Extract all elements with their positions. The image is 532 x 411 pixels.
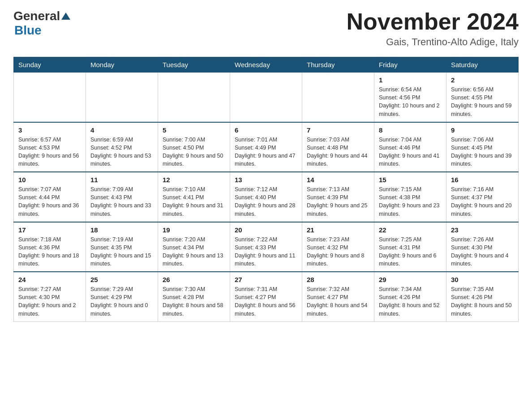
header-friday: Friday	[374, 57, 446, 73]
day-number: 24	[18, 276, 81, 283]
month-title: November 2024	[347, 9, 519, 34]
day-info: Sunrise: 7:12 AMSunset: 4:40 PMDaylight:…	[235, 185, 297, 218]
day-number: 14	[307, 176, 369, 184]
day-number: 4	[90, 126, 153, 134]
calendar-cell: 5Sunrise: 7:00 AMSunset: 4:50 PMDaylight…	[158, 122, 230, 172]
header-sunday: Sunday	[14, 57, 86, 73]
calendar-cell: 4Sunrise: 6:59 AMSunset: 4:52 PMDaylight…	[86, 122, 158, 172]
day-info: Sunrise: 7:23 AMSunset: 4:32 PMDaylight:…	[307, 235, 369, 268]
day-number: 28	[307, 276, 369, 283]
day-info: Sunrise: 7:01 AMSunset: 4:49 PMDaylight:…	[235, 136, 297, 168]
day-info: Sunrise: 7:00 AMSunset: 4:50 PMDaylight:…	[163, 136, 225, 168]
logo: General	[13, 9, 70, 23]
calendar-cell: 25Sunrise: 7:29 AMSunset: 4:29 PMDayligh…	[86, 272, 158, 321]
day-info: Sunrise: 7:16 AMSunset: 4:37 PMDaylight:…	[451, 185, 514, 218]
calendar-cell: 15Sunrise: 7:15 AMSunset: 4:38 PMDayligh…	[374, 172, 446, 222]
day-info: Sunrise: 6:54 AMSunset: 4:56 PMDaylight:…	[379, 86, 442, 118]
day-number: 10	[18, 176, 81, 184]
day-number: 19	[163, 226, 225, 234]
day-number: 22	[379, 226, 442, 234]
day-number: 18	[90, 226, 153, 234]
day-info: Sunrise: 6:59 AMSunset: 4:52 PMDaylight:…	[90, 136, 153, 168]
calendar-cell: 26Sunrise: 7:30 AMSunset: 4:28 PMDayligh…	[158, 272, 230, 321]
header-row: SundayMondayTuesdayWednesdayThursdayFrid…	[14, 57, 519, 73]
calendar-cell: 10Sunrise: 7:07 AMSunset: 4:44 PMDayligh…	[14, 172, 86, 222]
title-area: November 2024 Gais, Trentino-Alto Adige,…	[347, 9, 519, 48]
day-number: 1	[379, 76, 442, 84]
day-info: Sunrise: 7:15 AMSunset: 4:38 PMDaylight:…	[379, 185, 442, 218]
day-number: 3	[18, 126, 81, 134]
day-info: Sunrise: 7:10 AMSunset: 4:41 PMDaylight:…	[163, 185, 225, 218]
logo-blue-text: Blue	[14, 23, 42, 38]
week-row-5: 24Sunrise: 7:27 AMSunset: 4:30 PMDayligh…	[14, 272, 519, 321]
day-number: 26	[163, 276, 225, 283]
calendar-cell: 7Sunrise: 7:03 AMSunset: 4:48 PMDaylight…	[302, 122, 374, 172]
header-thursday: Thursday	[302, 57, 374, 73]
calendar-cell: 28Sunrise: 7:32 AMSunset: 4:27 PMDayligh…	[302, 272, 374, 321]
day-info: Sunrise: 7:09 AMSunset: 4:43 PMDaylight:…	[90, 185, 153, 218]
header-wednesday: Wednesday	[230, 57, 302, 73]
day-info: Sunrise: 7:29 AMSunset: 4:29 PMDaylight:…	[90, 285, 153, 318]
calendar-cell: 29Sunrise: 7:34 AMSunset: 4:26 PMDayligh…	[374, 272, 446, 321]
calendar-cell: 27Sunrise: 7:31 AMSunset: 4:27 PMDayligh…	[230, 272, 302, 321]
day-info: Sunrise: 7:04 AMSunset: 4:46 PMDaylight:…	[379, 136, 442, 168]
calendar-cell: 20Sunrise: 7:22 AMSunset: 4:33 PMDayligh…	[230, 222, 302, 272]
day-number: 12	[163, 176, 225, 184]
day-number: 17	[18, 226, 81, 234]
calendar-cell: 12Sunrise: 7:10 AMSunset: 4:41 PMDayligh…	[158, 172, 230, 222]
logo-area: General Blue	[13, 9, 70, 38]
day-info: Sunrise: 7:32 AMSunset: 4:27 PMDaylight:…	[307, 285, 369, 318]
logo-triangle-icon	[61, 13, 70, 20]
calendar-table: SundayMondayTuesdayWednesdayThursdayFrid…	[13, 57, 519, 322]
day-number: 15	[379, 176, 442, 184]
calendar-cell: 3Sunrise: 6:57 AMSunset: 4:53 PMDaylight…	[14, 122, 86, 172]
day-number: 2	[451, 76, 514, 84]
day-number: 5	[163, 126, 225, 134]
calendar-cell	[86, 73, 158, 122]
day-info: Sunrise: 7:19 AMSunset: 4:35 PMDaylight:…	[90, 235, 153, 268]
day-number: 29	[379, 276, 442, 283]
day-info: Sunrise: 7:27 AMSunset: 4:30 PMDaylight:…	[18, 285, 81, 318]
calendar-cell: 18Sunrise: 7:19 AMSunset: 4:35 PMDayligh…	[86, 222, 158, 272]
day-info: Sunrise: 7:31 AMSunset: 4:27 PMDaylight:…	[235, 285, 297, 318]
day-info: Sunrise: 7:34 AMSunset: 4:26 PMDaylight:…	[379, 285, 442, 318]
calendar-cell: 2Sunrise: 6:56 AMSunset: 4:55 PMDaylight…	[446, 73, 519, 122]
day-info: Sunrise: 7:30 AMSunset: 4:28 PMDaylight:…	[163, 285, 225, 318]
calendar-cell: 8Sunrise: 7:04 AMSunset: 4:46 PMDaylight…	[374, 122, 446, 172]
header-monday: Monday	[86, 57, 158, 73]
calendar-cell: 19Sunrise: 7:20 AMSunset: 4:34 PMDayligh…	[158, 222, 230, 272]
header-tuesday: Tuesday	[158, 57, 230, 73]
day-info: Sunrise: 7:35 AMSunset: 4:26 PMDaylight:…	[451, 285, 514, 318]
day-number: 25	[90, 276, 153, 283]
day-number: 8	[379, 126, 442, 134]
day-info: Sunrise: 7:20 AMSunset: 4:34 PMDaylight:…	[163, 235, 225, 268]
calendar-cell	[230, 73, 302, 122]
day-number: 13	[235, 176, 297, 184]
calendar-cell	[302, 73, 374, 122]
day-number: 6	[235, 126, 297, 134]
calendar-cell: 30Sunrise: 7:35 AMSunset: 4:26 PMDayligh…	[446, 272, 519, 321]
calendar-cell: 22Sunrise: 7:25 AMSunset: 4:31 PMDayligh…	[374, 222, 446, 272]
day-number: 23	[451, 226, 514, 234]
calendar-cell	[14, 73, 86, 122]
logo-general-text: General	[13, 9, 60, 23]
day-number: 16	[451, 176, 514, 184]
day-number: 27	[235, 276, 297, 283]
day-info: Sunrise: 7:03 AMSunset: 4:48 PMDaylight:…	[307, 136, 369, 168]
day-info: Sunrise: 7:22 AMSunset: 4:33 PMDaylight:…	[235, 235, 297, 268]
calendar-cell: 17Sunrise: 7:18 AMSunset: 4:36 PMDayligh…	[14, 222, 86, 272]
week-row-4: 17Sunrise: 7:18 AMSunset: 4:36 PMDayligh…	[14, 222, 519, 272]
day-number: 11	[90, 176, 153, 184]
calendar-cell: 11Sunrise: 7:09 AMSunset: 4:43 PMDayligh…	[86, 172, 158, 222]
calendar-cell: 1Sunrise: 6:54 AMSunset: 4:56 PMDaylight…	[374, 73, 446, 122]
day-info: Sunrise: 7:07 AMSunset: 4:44 PMDaylight:…	[18, 185, 81, 218]
location-title: Gais, Trentino-Alto Adige, Italy	[347, 36, 519, 48]
week-row-1: 1Sunrise: 6:54 AMSunset: 4:56 PMDaylight…	[14, 73, 519, 122]
day-number: 9	[451, 126, 514, 134]
calendar-cell: 24Sunrise: 7:27 AMSunset: 4:30 PMDayligh…	[14, 272, 86, 321]
day-number: 7	[307, 126, 369, 134]
calendar-cell	[158, 73, 230, 122]
calendar-cell: 23Sunrise: 7:26 AMSunset: 4:30 PMDayligh…	[446, 222, 519, 272]
day-info: Sunrise: 7:25 AMSunset: 4:31 PMDaylight:…	[379, 235, 442, 268]
day-info: Sunrise: 7:06 AMSunset: 4:45 PMDaylight:…	[451, 136, 514, 168]
